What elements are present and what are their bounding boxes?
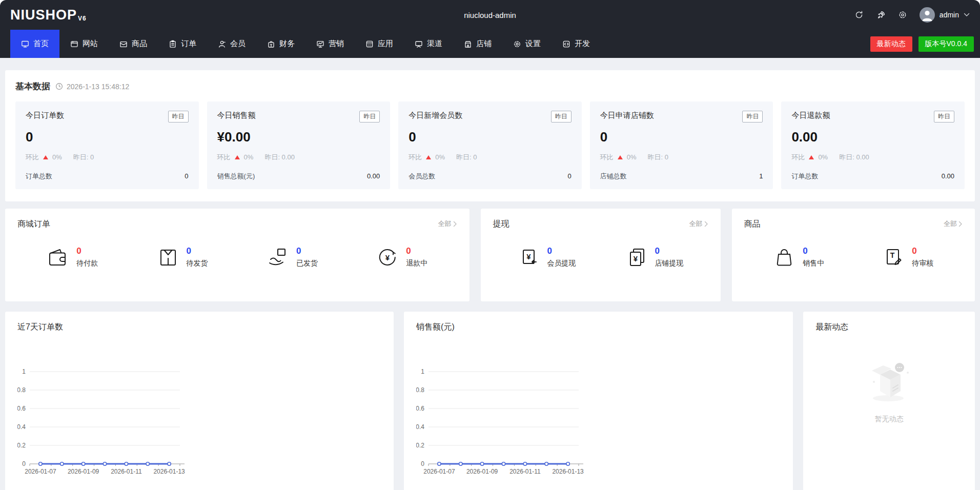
total-label: 销售总额(元) [217, 172, 255, 181]
yesterday-value: 昨日: 0 [648, 153, 668, 162]
basic-data-header: 基本数据 2026-1-13 15:48:12 [15, 80, 965, 92]
rocket-icon[interactable] [876, 10, 886, 20]
svg-text:2026-01-07: 2026-01-07 [25, 468, 56, 475]
marketing-icon [316, 40, 324, 48]
order-stat-refunding[interactable]: ¥ 0 退款中 [376, 246, 427, 269]
timestamp: 2026-1-13 15:48:12 [55, 83, 129, 91]
timestamp-text: 2026-1-13 15:48:12 [67, 83, 129, 91]
nav-item-channel[interactable]: 渠道 [404, 30, 453, 58]
refresh-icon[interactable] [854, 10, 864, 19]
nav-item-marketing[interactable]: 营销 [305, 30, 355, 58]
goods-stat-onsale[interactable]: 0 销售中 [773, 246, 824, 269]
order-stat-shipped[interactable]: 0 已发货 [267, 246, 318, 269]
yesterday-value: 昨日: 0.00 [839, 153, 869, 162]
user-menu[interactable]: admin [920, 7, 970, 23]
order-stat-pending-pay[interactable]: 0 待付款 [47, 246, 98, 269]
nav-item-website[interactable]: 网站 [59, 30, 109, 58]
svg-text:1: 1 [421, 368, 424, 375]
yesterday-badge[interactable]: 昨日 [168, 111, 189, 122]
admin-dashboard: NIUSHOP V6 niucloud-admin admin [0, 0, 980, 490]
stat-value: ¥0.00 [217, 129, 380, 145]
yesterday-badge[interactable]: 昨日 [934, 111, 954, 122]
logo-text: NIUSHOP [10, 8, 77, 22]
arrow-up-icon [43, 155, 48, 159]
chevron-right-icon [453, 221, 457, 227]
stat-name: 退款中 [406, 259, 427, 268]
nav-item-apps[interactable]: 应用 [355, 30, 404, 58]
latest-news-button[interactable]: 最新动态 [870, 36, 912, 52]
svg-text:2026-01-09: 2026-01-09 [466, 468, 498, 475]
version-button[interactable]: 版本号V0.0.4 [918, 36, 974, 52]
svg-text:2026-01-07: 2026-01-07 [423, 468, 455, 475]
arrow-up-icon [618, 155, 623, 159]
nav-item-shop[interactable]: 店铺 [453, 30, 502, 58]
view-all-link[interactable]: 全部 [438, 219, 457, 229]
nav-label: 商品 [132, 39, 147, 49]
view-all-label: 全部 [689, 219, 703, 229]
stat-compare: 环比 0% 昨日: 0.00 [791, 153, 954, 162]
svg-text:0: 0 [22, 460, 26, 467]
nav-item-goods[interactable]: 商品 [109, 30, 158, 58]
channel-icon [415, 40, 423, 48]
total-value: 0 [185, 172, 188, 180]
svg-text:2026-01-13: 2026-01-13 [153, 468, 185, 475]
gear-icon[interactable] [898, 10, 907, 19]
nav-label: 会员 [230, 39, 246, 49]
stat-cards: 今日订单数 昨日 0 环比 0% 昨日: 0 订单总数 0 [15, 101, 965, 189]
bottom-row: 近7天订单数 00.20.40.60.812026-01-072026-01-0… [5, 312, 975, 490]
svg-text:¥: ¥ [385, 253, 390, 261]
member-withdraw-icon: ¥ [518, 246, 540, 269]
total-value: 0.00 [942, 172, 954, 180]
goods-stat-audit[interactable]: T 0 待审核 [882, 246, 933, 269]
yesterday-badge[interactable]: 昨日 [551, 111, 571, 122]
nav-item-dev[interactable]: 开发 [552, 30, 601, 58]
withdraw-card: 提现 全部 ¥ 0 会员提现 ¥ [481, 209, 721, 301]
top-header: NIUSHOP V6 niucloud-admin admin [0, 0, 980, 30]
yesterday-badge[interactable]: 昨日 [359, 111, 380, 122]
svg-text:2026-01-11: 2026-01-11 [111, 468, 142, 475]
orders-chart-card: 近7天订单数 00.20.40.60.812026-01-072026-01-0… [5, 312, 394, 490]
stat-name: 待审核 [912, 259, 933, 268]
goods-card: 商品 全部 0 销售中 T [732, 209, 975, 301]
svg-text:¥: ¥ [633, 254, 638, 262]
website-icon [70, 40, 78, 48]
nav-right: 最新动态 版本号V0.0.4 [870, 30, 980, 58]
arrow-up-icon [235, 155, 240, 159]
svg-text:0.6: 0.6 [416, 405, 424, 412]
nav-label: 订单 [181, 39, 196, 49]
order-stat-pending-ship[interactable]: 0 待发货 [157, 246, 208, 269]
total-label: 会员总数 [409, 172, 435, 181]
card-title: 提现 [493, 219, 509, 230]
nav-item-order[interactable]: 订单 [158, 30, 207, 58]
svg-text:2026-01-11: 2026-01-11 [509, 468, 541, 475]
window-title: niucloud-admin [464, 11, 516, 19]
view-all-link[interactable]: 全部 [944, 219, 963, 229]
withdraw-stat-shop[interactable]: ¥ 0 店铺提现 [625, 246, 684, 269]
topbar-actions: admin [854, 7, 970, 23]
nav-item-finance[interactable]: 财务 [256, 30, 305, 58]
compare-label: 环比 [217, 153, 231, 162]
nav-item-settings[interactable]: 设置 [502, 30, 552, 58]
compare-value: 0% [244, 153, 254, 161]
stat-compare: 环比 0% 昨日: 0.00 [217, 153, 380, 162]
stat-number: 0 [406, 247, 411, 255]
withdraw-stat-member[interactable]: ¥ 0 会员提现 [518, 246, 576, 269]
compare-value: 0% [435, 153, 445, 161]
logo-version: V6 [78, 15, 87, 22]
nav-label: 应用 [378, 39, 393, 49]
nav-item-home[interactable]: 首页 [10, 30, 59, 58]
view-all-link[interactable]: 全部 [689, 219, 708, 229]
total-value: 0.00 [367, 172, 380, 180]
compare-label: 环比 [791, 153, 805, 162]
wallet-icon [47, 246, 69, 269]
yesterday-badge[interactable]: 昨日 [742, 111, 763, 122]
nav-label: 设置 [525, 39, 541, 49]
yesterday-value: 昨日: 0.00 [264, 153, 295, 162]
yesterday-value: 昨日: 0 [456, 153, 477, 162]
stat-name: 已发货 [296, 259, 318, 268]
basic-data-panel: 基本数据 2026-1-13 15:48:12 今日订单数 昨日 0 环比 [5, 70, 975, 201]
clock-icon [55, 83, 63, 90]
view-all-label: 全部 [438, 219, 452, 229]
nav-item-member[interactable]: 会员 [207, 30, 256, 58]
stat-number: 0 [76, 247, 81, 255]
